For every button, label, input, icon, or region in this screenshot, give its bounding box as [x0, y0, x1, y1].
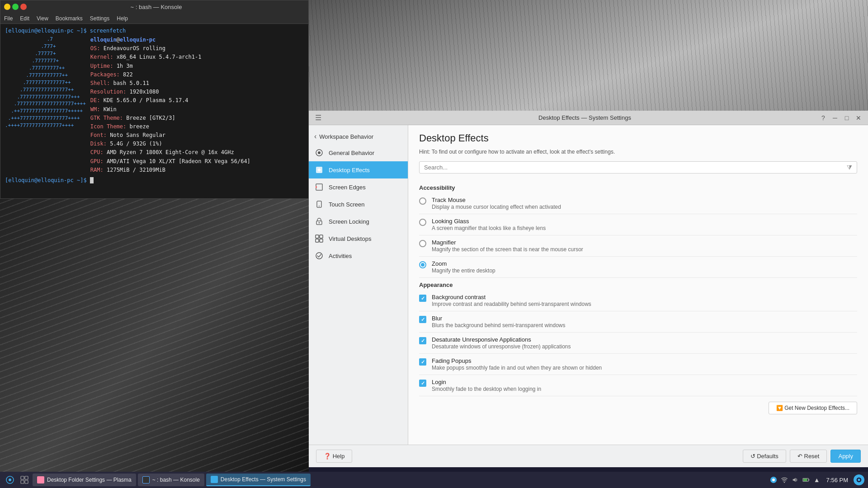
sidebar-label-desktop-effects: Desktop Effects [329, 167, 370, 174]
terminal-menu-edit[interactable]: Edit [20, 15, 29, 22]
looking-glass-info: Looking Glass A screen magnifier that lo… [432, 218, 857, 231]
get-new-effects-button[interactable]: 🔽 Get New Desktop Effects... [769, 402, 857, 414]
terminal-menu-file[interactable]: File [4, 15, 13, 22]
filter-icon[interactable]: ⧩ [847, 164, 852, 171]
desaturate-info: Desaturate Unresponsive Applications Des… [432, 336, 857, 350]
titlebar-maximize-icon[interactable]: □ [843, 114, 851, 122]
svg-point-22 [783, 482, 785, 483]
search-input[interactable] [424, 164, 847, 171]
systray-volume-icon[interactable] [791, 476, 799, 484]
sidebar-label-screen-locking: Screen Locking [329, 218, 369, 225]
looking-glass-radio[interactable] [419, 219, 426, 226]
bottombar-right: ↺ Defaults ↶ Reset Apply [743, 450, 861, 463]
background-contrast-checkbox[interactable] [419, 295, 426, 302]
sidebar-label-general-behavior: General Behavior [329, 150, 374, 156]
sidebar-item-general-behavior[interactable]: General Behavior [309, 144, 408, 161]
track-mouse-desc: Display a mouse cursor locating effect w… [432, 204, 857, 210]
help-button[interactable]: ❓ Help [316, 450, 352, 463]
svg-rect-18 [21, 480, 24, 483]
defaults-icon: ↺ [750, 453, 755, 460]
effect-item-looking-glass: Looking Glass A screen magnifier that lo… [419, 214, 857, 235]
taskbar-app-label-plasma: Desktop Folder Settings — Plasma [47, 477, 132, 483]
svg-rect-12 [320, 239, 323, 242]
sidebar-item-screen-edges[interactable]: Screen Edges [309, 178, 408, 196]
track-mouse-radio[interactable] [419, 197, 426, 205]
terminal-menu-help[interactable]: Help [117, 15, 128, 22]
background-contrast-name: Background contrast [432, 294, 857, 300]
settings-sidebar: ‹ Workspace Behavior General Behavior De… [309, 125, 408, 445]
terminal-content: [elloquin@elloquin-pc ~]$ screenfetch .7… [0, 24, 308, 199]
login-info: Login Smoothly fade to the desktop when … [432, 379, 857, 392]
magnifier-info: Magnifier Magnify the section of the scr… [432, 239, 857, 253]
fading-popups-checkbox[interactable] [419, 358, 426, 366]
svg-rect-25 [808, 479, 809, 481]
terminal-menu-bookmarks[interactable]: Bookmarks [56, 15, 83, 22]
background-contrast-info: Background contrast Improve contrast and… [432, 294, 857, 307]
effect-item-login: Login Smoothly fade to the desktop when … [419, 375, 857, 396]
desaturate-checkbox[interactable] [419, 337, 426, 344]
svg-point-21 [772, 479, 775, 481]
taskbar-pager[interactable] [18, 474, 31, 486]
screen-locking-icon [314, 216, 324, 226]
terminal-window: ~ : bash — Konsole File Edit View Bookma… [0, 0, 309, 199]
zoom-desc: Magnify the entire desktop [432, 267, 857, 274]
magnifier-radio[interactable] [419, 240, 426, 247]
effect-item-fading-popups: Fading Popups Make popups smoothly fade … [419, 354, 857, 375]
sidebar-label-virtual-desktops: Virtual Desktops [329, 235, 371, 242]
search-bar: ⧩ [419, 161, 857, 174]
taskbar-app-konsole[interactable]: ~ : bash — Konsole [138, 474, 204, 486]
terminal-menu-view[interactable]: View [37, 15, 48, 22]
virtual-desktops-icon [314, 234, 324, 244]
sidebar-label-screen-edges: Screen Edges [329, 184, 366, 191]
titlebar-close-icon[interactable]: ✕ [854, 114, 863, 122]
taskbar-plasma-btn[interactable] [854, 474, 864, 485]
systray-network-icon[interactable] [780, 476, 788, 484]
svg-rect-10 [320, 235, 323, 238]
svg-point-8 [319, 222, 320, 224]
blur-checkbox[interactable] [419, 316, 426, 323]
sidebar-item-desktop-effects[interactable]: Desktop Effects [309, 161, 408, 178]
sidebar-item-virtual-desktops[interactable]: Virtual Desktops [309, 230, 408, 247]
terminal-minimize-btn[interactable] [4, 4, 10, 10]
systray-expand-icon[interactable]: ▲ [813, 476, 821, 484]
taskbar-app-settings[interactable]: Desktop Effects — System Settings [206, 474, 311, 486]
apply-button[interactable]: Apply [830, 450, 861, 463]
taskbar-start-button[interactable] [4, 474, 16, 486]
sidebar-item-activities[interactable]: Activities [309, 247, 408, 264]
fading-popups-name: Fading Popups [432, 357, 857, 364]
touch-screen-icon [314, 199, 324, 209]
systray-plasma-icon[interactable] [769, 476, 778, 484]
login-name: Login [432, 379, 857, 385]
back-arrow-icon: ‹ [314, 132, 316, 141]
fading-popups-info: Fading Popups Make popups smoothly fade … [432, 357, 857, 371]
defaults-button[interactable]: ↺ Defaults [743, 450, 786, 463]
svg-point-15 [9, 479, 11, 481]
terminal-menu-settings[interactable]: Settings [90, 15, 109, 22]
systray-battery-icon[interactable] [802, 476, 810, 484]
taskbar-app-plasma[interactable]: Desktop Folder Settings — Plasma [33, 474, 136, 486]
taskbar-app-label-konsole: ~ : bash — Konsole [152, 477, 200, 483]
settings-titlebar-icon-left: ☰ [314, 114, 322, 122]
taskbar: Desktop Folder Settings — Plasma ~ : bas… [0, 472, 868, 488]
sidebar-item-screen-locking[interactable]: Screen Locking [309, 213, 408, 230]
settings-titlebar-title: Desktop Effects — System Settings [538, 114, 631, 121]
sidebar-item-touch-screen[interactable]: Touch Screen [309, 196, 408, 213]
sidebar-label-touch-screen: Touch Screen [329, 201, 365, 208]
login-checkbox[interactable] [419, 380, 426, 387]
desaturate-desc: Desaturate windows of unresponsive (froz… [432, 343, 857, 350]
taskbar-systray: ▲ [769, 476, 821, 484]
titlebar-minimize-icon[interactable]: ─ [831, 114, 839, 122]
terminal-maximize-btn[interactable] [12, 4, 19, 10]
sidebar-back-btn[interactable]: ‹ Workspace Behavior [309, 129, 408, 144]
magnifier-name: Magnifier [432, 239, 857, 246]
terminal-close-btn[interactable] [20, 4, 27, 10]
reset-button[interactable]: ↶ Reset [790, 450, 827, 463]
titlebar-help-icon[interactable]: ? [819, 114, 827, 122]
settings-bottombar: ❓ Help ↺ Defaults ↶ Reset Apply [309, 445, 868, 467]
blur-info: Blur Blurs the background behind semi-tr… [432, 315, 857, 328]
taskbar-clock[interactable]: 7:56 PM [823, 477, 852, 483]
svg-rect-4 [316, 186, 317, 188]
sidebar-back-label: Workspace Behavior [319, 133, 373, 140]
zoom-radio[interactable] [419, 261, 426, 268]
track-mouse-info: Track Mouse Display a mouse cursor locat… [432, 197, 857, 210]
